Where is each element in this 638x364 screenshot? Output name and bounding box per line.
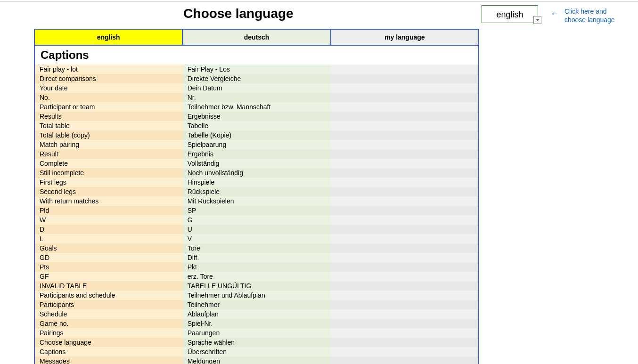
table-row: Total table (copy)Tabelle (Kopie): [35, 130, 478, 140]
cell-de: Paarungen: [183, 328, 331, 338]
cell-en: Total table: [35, 121, 183, 130]
cell-en: Participant or team: [35, 102, 183, 112]
hint-text: Click here and choose language: [562, 2, 638, 24]
cell-my[interactable]: [330, 356, 478, 364]
language-selected-cell[interactable]: english: [482, 5, 538, 23]
cell-de: Direkte Vergleiche: [183, 74, 331, 83]
cell-en: Fair play - lot: [35, 65, 183, 74]
cell-en: Pairings: [35, 328, 183, 338]
cell-en: Still incomplete: [35, 168, 183, 178]
cell-my[interactable]: [330, 291, 478, 300]
cell-my[interactable]: [330, 83, 478, 93]
cell-my[interactable]: [330, 159, 478, 168]
cell-my[interactable]: [330, 309, 478, 319]
language-dropdown-button[interactable]: [533, 16, 541, 24]
cell-my[interactable]: [330, 102, 478, 112]
cell-en: Results: [35, 112, 183, 121]
table-row: Your dateDein Datum: [35, 83, 478, 93]
cell-en: Participants and schedule: [35, 291, 183, 300]
cell-my[interactable]: [330, 272, 478, 281]
section-title: Captions: [35, 46, 478, 65]
cell-de: Ergebnis: [183, 149, 331, 159]
table-row: WG: [35, 215, 478, 225]
cell-de: U: [183, 225, 331, 234]
cell-de: Rückspiele: [183, 187, 331, 196]
table-row: Fair play - lotFair Play - Los: [35, 65, 478, 74]
cell-my[interactable]: [330, 206, 478, 215]
cell-en: Game no.: [35, 319, 183, 328]
cell-de: Ablaufplan: [183, 309, 331, 319]
cell-my[interactable]: [330, 215, 478, 225]
cell-de: Pkt: [183, 262, 331, 272]
cell-my[interactable]: [330, 65, 478, 74]
cell-de: Tabelle (Kopie): [183, 130, 331, 140]
column-header-my-language[interactable]: my language: [331, 30, 478, 46]
top-divider: [0, 1, 638, 1]
table-row: Still incompleteNoch unvollständig: [35, 168, 478, 178]
cell-my[interactable]: [330, 149, 478, 159]
cell-en: Complete: [35, 159, 183, 168]
table-row: Second legsRückspiele: [35, 187, 478, 196]
cell-de: Mit Rückspielen: [183, 196, 331, 206]
cell-my[interactable]: [330, 319, 478, 328]
table-row: Choose languageSprache wählen: [35, 338, 478, 347]
cell-en: Messages: [35, 356, 183, 364]
table-row: ScheduleAblaufplan: [35, 309, 478, 319]
cell-de: Fair Play - Los: [183, 65, 331, 74]
column-header-deutsch[interactable]: deutsch: [183, 30, 331, 46]
table-row: No.Nr.: [35, 93, 478, 102]
table-row: PldSP: [35, 206, 478, 215]
table-row: ResultsErgebnisse: [35, 112, 478, 121]
cell-my[interactable]: [330, 281, 478, 291]
cell-de: TABELLE UNGÜLTIG: [183, 281, 331, 291]
column-header-english[interactable]: english: [35, 30, 183, 46]
cell-my[interactable]: [330, 74, 478, 83]
cell-en: Participants: [35, 300, 183, 309]
cell-en: No.: [35, 93, 183, 102]
cell-de: Noch unvollständig: [183, 168, 331, 178]
table-row: GoalsTore: [35, 243, 478, 253]
cell-en: Pld: [35, 206, 183, 215]
cell-my[interactable]: [330, 347, 478, 356]
cell-de: Teilnehmer und Ablaufplan: [183, 291, 331, 300]
cell-my[interactable]: [330, 112, 478, 121]
cell-en: D: [35, 225, 183, 234]
cell-de: V: [183, 234, 331, 243]
cell-de: Teilnehmer bzw. Mannschaft: [183, 102, 331, 112]
cell-my[interactable]: [330, 338, 478, 347]
cell-en: With return matches: [35, 196, 183, 206]
table-row: Participants and scheduleTeilnehmer und …: [35, 291, 478, 300]
cell-my[interactable]: [330, 243, 478, 253]
cell-de: Vollständig: [183, 159, 331, 168]
cell-my[interactable]: [330, 121, 478, 130]
cell-my[interactable]: [330, 196, 478, 206]
table-row: Total tableTabelle: [35, 121, 478, 130]
captions-panel: english deutsch my language Captions Fai…: [34, 29, 479, 364]
table-row: Direct comparisonsDirekte Vergleiche: [35, 74, 478, 83]
cell-my[interactable]: [330, 328, 478, 338]
table-row: PtsPkt: [35, 262, 478, 272]
cell-my[interactable]: [330, 178, 478, 187]
cell-my[interactable]: [330, 225, 478, 234]
cell-my[interactable]: [330, 140, 478, 149]
cell-my[interactable]: [330, 262, 478, 272]
cell-en: Captions: [35, 347, 183, 356]
cell-de: Überschriften: [183, 347, 331, 356]
cell-de: Teilnehmer: [183, 300, 331, 309]
cell-my[interactable]: [330, 93, 478, 102]
cell-de: Spielpaarung: [183, 140, 331, 149]
cell-en: Match pairing: [35, 140, 183, 149]
table-row: CaptionsÜberschriften: [35, 347, 478, 356]
cell-de: Tabelle: [183, 121, 331, 130]
cell-my[interactable]: [330, 130, 478, 140]
table-row: Match pairingSpielpaarung: [35, 140, 478, 149]
column-headers: english deutsch my language: [35, 30, 478, 46]
cell-my[interactable]: [330, 187, 478, 196]
cell-my[interactable]: [330, 253, 478, 262]
cell-de: Dein Datum: [183, 83, 331, 93]
cell-my[interactable]: [330, 300, 478, 309]
cell-en: GD: [35, 253, 183, 262]
table-row: PairingsPaarungen: [35, 328, 478, 338]
cell-my[interactable]: [330, 168, 478, 178]
cell-my[interactable]: [330, 234, 478, 243]
